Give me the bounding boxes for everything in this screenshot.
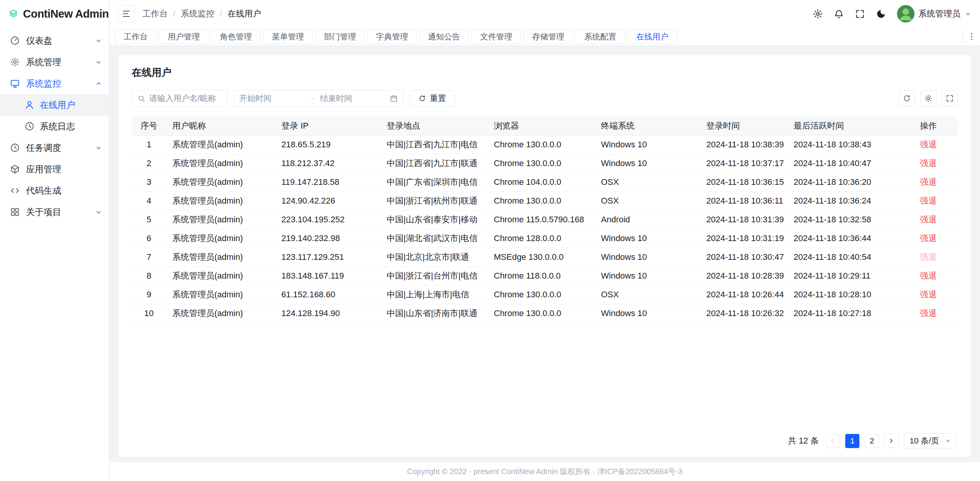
chevron-down-icon: [95, 144, 102, 152]
cell-browser: Chrome 118.0.0.0: [488, 266, 595, 285]
cell-last_active_time: 2024-11-18 10:36:44: [787, 229, 914, 248]
cell-browser: Chrome 130.0.0.0: [488, 154, 595, 173]
force-logout-link[interactable]: 强退: [920, 177, 937, 187]
app-icon: [10, 164, 20, 174]
cell-nickname: 系统管理员(admin): [166, 173, 275, 191]
tab-menu-management[interactable]: 菜单管理: [263, 29, 313, 44]
next-page-button[interactable]: [884, 434, 898, 448]
breadcrumb-item[interactable]: 在线用户: [227, 8, 261, 20]
date-range-picker[interactable]: 开始时间 - 结束时间: [234, 90, 403, 107]
cell-last_active_time: 2024-11-18 10:36:24: [787, 191, 914, 210]
sidebar-subitem-online-user[interactable]: 在线用户: [0, 94, 109, 116]
sidebar-item-code-generation[interactable]: 代码生成: [0, 180, 109, 201]
more-vertical-icon: [967, 32, 976, 41]
tab-system-config[interactable]: 系统配置: [575, 29, 625, 44]
force-logout-link[interactable]: 强退: [920, 308, 937, 318]
filter-toolbar: 开始时间 - 结束时间 重置: [132, 90, 958, 107]
force-logout-link[interactable]: 强退: [920, 271, 937, 280]
force-logout-link[interactable]: 强退: [920, 290, 937, 299]
search-box: [132, 90, 227, 107]
cell-no: 9: [132, 285, 166, 304]
sidebar-item-system-management[interactable]: 系统管理: [0, 51, 109, 73]
tab-dict-management[interactable]: 字典管理: [367, 29, 417, 44]
monitor-icon: [10, 78, 20, 88]
cell-login_time: 2024-11-18 10:31:39: [700, 210, 787, 229]
page-size-label: 10 条/页: [910, 435, 939, 446]
table-settings-button[interactable]: [920, 90, 936, 106]
sidebar-item-task-schedule[interactable]: 任务调度: [0, 137, 109, 158]
tab-dept-management[interactable]: 部门管理: [315, 29, 365, 44]
tab-online-user[interactable]: 在线用户: [627, 29, 677, 44]
force-logout-link[interactable]: 强退: [920, 233, 937, 243]
cell-os: Android: [595, 210, 700, 229]
sidebar: ContiNew Admin 仪表盘系统管理系统监控在线用户系统日志任务调度应用…: [0, 0, 109, 481]
cell-no: 5: [132, 210, 166, 229]
fullscreen-icon[interactable]: [855, 9, 865, 19]
force-logout-link[interactable]: 强退: [920, 158, 937, 168]
cell-last_active_time: 2024-11-18 10:40:47: [787, 154, 914, 173]
column-header: 操作: [914, 117, 958, 135]
cell-action: 强退: [914, 266, 958, 285]
settings-icon: [10, 57, 20, 67]
cell-login_time: 2024-11-18 10:37:17: [700, 154, 787, 173]
cell-browser: Chrome 130.0.0.0: [488, 191, 595, 210]
prev-page-button[interactable]: [826, 434, 840, 448]
notifications-bell-icon[interactable]: [834, 9, 844, 19]
tab-role-management[interactable]: 角色管理: [211, 29, 261, 44]
tab-notice[interactable]: 通知公告: [419, 29, 469, 44]
tab-more-button[interactable]: [962, 28, 980, 46]
table-fullscreen-button[interactable]: [942, 90, 958, 106]
cell-no: 10: [132, 304, 166, 323]
breadcrumb-item[interactable]: 工作台: [142, 8, 168, 20]
force-logout-link[interactable]: 强退: [920, 196, 937, 205]
sidebar-item-app-management[interactable]: 应用管理: [0, 158, 109, 180]
tab-list: 工作台用户管理角色管理菜单管理部门管理字典管理通知公告文件管理存储管理系统配置在…: [115, 29, 962, 44]
table-toolbar: [899, 90, 958, 106]
cell-login_time: 2024-11-18 10:36:15: [700, 173, 787, 191]
cell-location: 中国|山东省|泰安市|移动: [381, 210, 488, 229]
cell-last_active_time: 2024-11-18 10:38:43: [787, 135, 914, 154]
page-button-2[interactable]: 2: [865, 434, 879, 448]
user-avatar: [897, 5, 915, 23]
tab-file-management[interactable]: 文件管理: [471, 29, 521, 44]
main-shell: 工作台/系统监控/在线用户 系统管理员: [109, 0, 980, 481]
cell-nickname: 系统管理员(admin): [166, 135, 275, 154]
cell-login_time: 2024-11-18 10:26:44: [700, 285, 787, 304]
reset-button[interactable]: 重置: [410, 90, 455, 107]
force-logout-link[interactable]: 强退: [920, 140, 937, 149]
cell-os: Windows 10: [595, 248, 700, 266]
sidebar-item-system-monitor[interactable]: 系统监控: [0, 73, 109, 94]
sidebar-item-about-project[interactable]: 关于项目: [0, 201, 109, 223]
cell-last_active_time: 2024-11-18 10:28:10: [787, 285, 914, 304]
dark-mode-moon-icon[interactable]: [876, 9, 886, 19]
page-size-select[interactable]: 10 条/页: [904, 433, 957, 448]
cell-login_time: 2024-11-18 10:28:39: [700, 266, 787, 285]
cell-action: 强退: [914, 173, 958, 191]
page-button-1[interactable]: 1: [845, 434, 859, 448]
sidebar-item-label: 仪表盘: [26, 35, 52, 47]
cell-last_active_time: 2024-11-18 10:36:20: [787, 173, 914, 191]
cell-os: OSX: [595, 191, 700, 210]
table-refresh-button[interactable]: [899, 90, 915, 106]
app-root: ContiNew Admin 仪表盘系统管理系统监控在线用户系统日志任务调度应用…: [0, 0, 980, 481]
column-header: 浏览器: [488, 117, 595, 135]
cell-os: Windows 10: [595, 154, 700, 173]
tab-workspace[interactable]: 工作台: [115, 29, 157, 44]
settings-icon[interactable]: [813, 9, 823, 19]
force-logout-link[interactable]: 强退: [920, 215, 937, 224]
sidebar-subitem-system-log[interactable]: 系统日志: [0, 116, 109, 137]
sidebar-item-dashboard[interactable]: 仪表盘: [0, 30, 109, 51]
online-user-card: 在线用户 开始时间 - 结束时间 重置: [119, 55, 971, 457]
column-header: 终端系统: [595, 117, 700, 135]
user-menu[interactable]: 系统管理员: [897, 5, 972, 23]
tab-user-management[interactable]: 用户管理: [159, 29, 209, 44]
reset-button-label: 重置: [430, 93, 446, 104]
breadcrumb-item[interactable]: 系统监控: [181, 8, 214, 20]
force-logout-link[interactable]: 强退: [920, 252, 937, 262]
search-input[interactable]: [149, 94, 222, 103]
sidebar-collapse-button[interactable]: [118, 5, 135, 22]
cell-location: 中国|江西省|九江市|电信: [381, 135, 488, 154]
tab-storage-management[interactable]: 存储管理: [523, 29, 573, 44]
app-logo[interactable]: ContiNew Admin: [0, 0, 109, 28]
cell-ip: 119.147.218.58: [275, 173, 381, 191]
